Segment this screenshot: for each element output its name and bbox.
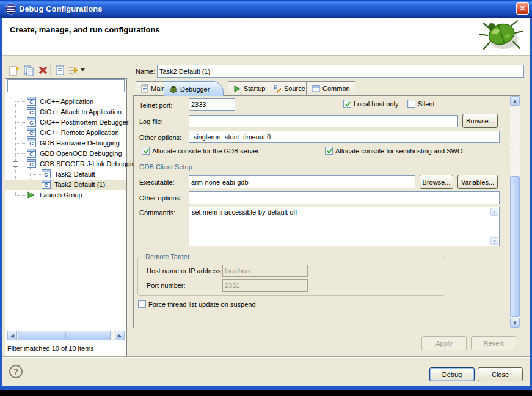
window-title: Debug Configurations (19, 0, 103, 18)
launch-group-icon (26, 190, 36, 200)
window-border-bottom (0, 386, 532, 390)
tree-item[interactable]: C GDB OpenOCD Debugging (5, 148, 126, 159)
cpp-config-icon: C (27, 128, 36, 137)
name-input[interactable] (157, 65, 524, 78)
cpp-config-icon: C (42, 180, 51, 189)
scroll-up-button[interactable]: ▲ (510, 96, 520, 106)
commands-label: Commands: (139, 209, 175, 216)
tab-common[interactable]: Common (306, 81, 355, 95)
telnet-port-label: Telnet port: (139, 101, 172, 109)
filter-launch-configurations-button[interactable] (67, 64, 79, 76)
debugger-tab-icon (169, 85, 178, 94)
filter-status-text: Filter matched 10 of 10 items (7, 345, 94, 352)
apply-button[interactable]: Apply (421, 336, 467, 350)
content-vscrollbar[interactable]: ▲ ▼ (510, 96, 520, 328)
browse-executable-button[interactable]: Browse... (420, 175, 453, 189)
cpp-config-icon: C (27, 159, 36, 168)
commands-scroll-down-button[interactable]: ▼ (490, 237, 498, 245)
scroll-left-button[interactable]: ◀ (7, 331, 17, 340)
tree-item[interactable]: Launch Group (5, 190, 126, 200)
tree-item[interactable]: C C/C++ Remote Application (5, 128, 126, 138)
browse-log-button[interactable]: Browse... (462, 114, 498, 128)
hscroll-thumb[interactable] (18, 331, 111, 340)
executable-label: Executable: (139, 178, 174, 186)
collapse-all-button[interactable] (54, 64, 66, 76)
tree-item[interactable]: C GDB Hardware Debugging (5, 138, 126, 148)
debug-configurations-dialog: Debug Configurations ✕ Create, manage, a… (0, 0, 532, 396)
allocate-swo-console-label: Allocate console for semihosting and SWO (335, 147, 463, 155)
variables-button[interactable]: Variables... (457, 175, 498, 189)
debug-button[interactable]: Debug (429, 367, 475, 381)
name-label: Name: (136, 68, 155, 75)
titlebar[interactable]: Debug Configurations ✕ (0, 0, 532, 18)
close-window-button[interactable]: ✕ (516, 2, 529, 15)
cpp-config-icon: C (27, 117, 36, 127)
startup-tab-icon (233, 85, 241, 93)
main-tab-icon (141, 84, 148, 93)
tree-item[interactable]: C C/C++ Postmortem Debugger (5, 117, 126, 128)
server-other-options-input[interactable] (189, 131, 500, 143)
filter-input[interactable] (7, 79, 125, 92)
collapse-expander[interactable] (13, 161, 18, 167)
scroll-right-button[interactable]: ▶ (115, 331, 125, 340)
silent-checkbox[interactable] (407, 100, 415, 108)
cpp-config-icon: C (27, 97, 36, 106)
client-other-options-label: Other options: (139, 194, 181, 202)
eclipse-window-icon (5, 4, 16, 14)
tab-startup[interactable]: Startup (228, 81, 271, 95)
telnet-port-input[interactable] (189, 98, 235, 111)
filter-menu-dropdown-icon[interactable] (80, 67, 86, 73)
tree-item[interactable]: C GDB SEGGER J-Link Debugging (5, 159, 126, 169)
force-thread-list-checkbox[interactable] (138, 300, 146, 308)
footer-separator (2, 356, 530, 358)
help-button[interactable]: ? (9, 365, 23, 378)
client-other-options-input[interactable] (189, 191, 500, 204)
port-number-label: Port number: (147, 282, 186, 289)
banner-heading: Create, manage, and run configurations (10, 25, 160, 34)
cpp-config-icon: C (42, 169, 51, 178)
banner: Create, manage, and run configurations (2, 18, 530, 56)
tree-hscrollbar[interactable]: ◀ ▶ (7, 331, 125, 340)
server-other-options-label: Other options: (139, 134, 181, 141)
host-name-input (222, 265, 308, 277)
cpp-config-icon: C (27, 148, 36, 158)
allocate-swo-console-checkbox[interactable] (325, 147, 333, 155)
commands-scroll-up-button[interactable]: ▲ (490, 208, 498, 216)
tree-item[interactable]: C Task2 Default (5, 169, 126, 180)
executable-input[interactable] (189, 175, 415, 188)
common-tab-icon (312, 85, 320, 92)
cpp-config-icon: C (27, 107, 36, 116)
scroll-down-button[interactable]: ▼ (510, 318, 520, 328)
close-button[interactable]: Close (478, 367, 523, 381)
revert-button[interactable]: Revert (471, 336, 516, 350)
allocate-gdb-console-checkbox[interactable] (142, 147, 150, 155)
tree-item[interactable]: C C/C++ Application (5, 97, 126, 107)
new-launch-configuration-button[interactable] (8, 64, 20, 76)
duplicate-button[interactable] (23, 64, 35, 76)
tab-debugger[interactable]: Debugger (164, 81, 224, 96)
vscroll-thumb[interactable] (510, 176, 520, 317)
log-file-label: Log file: (139, 118, 163, 125)
commands-textarea[interactable]: set mem inaccessible-by-default off (189, 207, 500, 246)
log-file-input[interactable] (189, 115, 458, 127)
silent-label: Silent (418, 100, 435, 108)
allocate-gdb-console-label: Allocate console for the GDB server (152, 147, 259, 155)
local-host-only-label: Local host only (354, 100, 398, 108)
toolbar-separator (50, 65, 51, 75)
source-tab-icon (273, 84, 282, 93)
cpp-config-icon: C (27, 138, 36, 147)
host-name-label: Host name or IP address: (147, 267, 223, 274)
window-border-right (530, 18, 532, 390)
port-number-input (222, 279, 308, 292)
local-host-only-checkbox[interactable] (343, 100, 351, 108)
tab-source[interactable]: Source (268, 81, 311, 95)
beetle-image (476, 18, 526, 54)
tree-item-selected[interactable]: C Task2 Default (1) (5, 180, 126, 190)
delete-button[interactable] (37, 64, 49, 76)
force-thread-list-label: Force thread list update on suspend (148, 301, 256, 308)
gdb-client-setup-section-title: GDB Client Setup (139, 163, 192, 170)
tree-item[interactable]: C C/C++ Attach to Application (5, 107, 126, 117)
remote-target-section-title: Remote Target (143, 253, 192, 260)
